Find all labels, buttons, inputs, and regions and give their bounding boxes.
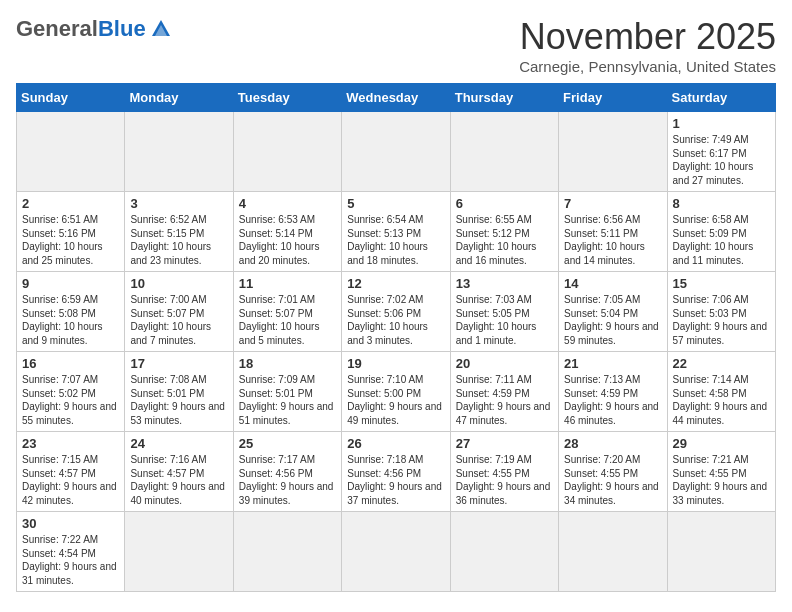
day-number: 4: [239, 196, 336, 211]
day-number: 23: [22, 436, 119, 451]
day-number: 2: [22, 196, 119, 211]
day-cell: 13Sunrise: 7:03 AM Sunset: 5:05 PM Dayli…: [450, 272, 558, 352]
weekday-header-saturday: Saturday: [667, 84, 775, 112]
day-info: Sunrise: 7:18 AM Sunset: 4:56 PM Dayligh…: [347, 453, 444, 507]
day-cell: 1Sunrise: 7:49 AM Sunset: 6:17 PM Daylig…: [667, 112, 775, 192]
day-info: Sunrise: 6:59 AM Sunset: 5:08 PM Dayligh…: [22, 293, 119, 347]
day-info: Sunrise: 6:54 AM Sunset: 5:13 PM Dayligh…: [347, 213, 444, 267]
title-area: November 2025 Carnegie, Pennsylvania, Un…: [519, 16, 776, 75]
day-cell: [450, 112, 558, 192]
weekday-header-tuesday: Tuesday: [233, 84, 341, 112]
day-cell: [450, 512, 558, 592]
day-number: 15: [673, 276, 770, 291]
day-cell: [559, 112, 667, 192]
day-number: 24: [130, 436, 227, 451]
weekday-header-wednesday: Wednesday: [342, 84, 450, 112]
day-number: 9: [22, 276, 119, 291]
day-number: 7: [564, 196, 661, 211]
day-info: Sunrise: 7:15 AM Sunset: 4:57 PM Dayligh…: [22, 453, 119, 507]
calendar-subtitle: Carnegie, Pennsylvania, United States: [519, 58, 776, 75]
day-cell: 17Sunrise: 7:08 AM Sunset: 5:01 PM Dayli…: [125, 352, 233, 432]
day-cell: 27Sunrise: 7:19 AM Sunset: 4:55 PM Dayli…: [450, 432, 558, 512]
day-number: 26: [347, 436, 444, 451]
day-info: Sunrise: 7:03 AM Sunset: 5:05 PM Dayligh…: [456, 293, 553, 347]
day-number: 3: [130, 196, 227, 211]
day-cell: 11Sunrise: 7:01 AM Sunset: 5:07 PM Dayli…: [233, 272, 341, 352]
day-cell: [559, 512, 667, 592]
calendar-body: 1Sunrise: 7:49 AM Sunset: 6:17 PM Daylig…: [17, 112, 776, 592]
day-cell: 3Sunrise: 6:52 AM Sunset: 5:15 PM Daylig…: [125, 192, 233, 272]
day-info: Sunrise: 6:53 AM Sunset: 5:14 PM Dayligh…: [239, 213, 336, 267]
day-cell: 21Sunrise: 7:13 AM Sunset: 4:59 PM Dayli…: [559, 352, 667, 432]
day-number: 28: [564, 436, 661, 451]
week-row-5: 30Sunrise: 7:22 AM Sunset: 4:54 PM Dayli…: [17, 512, 776, 592]
header: GeneralBlue November 2025 Carnegie, Penn…: [16, 16, 776, 75]
weekday-header-friday: Friday: [559, 84, 667, 112]
day-number: 14: [564, 276, 661, 291]
day-cell: 2Sunrise: 6:51 AM Sunset: 5:16 PM Daylig…: [17, 192, 125, 272]
calendar-title: November 2025: [519, 16, 776, 58]
day-cell: 18Sunrise: 7:09 AM Sunset: 5:01 PM Dayli…: [233, 352, 341, 432]
day-number: 16: [22, 356, 119, 371]
day-info: Sunrise: 7:13 AM Sunset: 4:59 PM Dayligh…: [564, 373, 661, 427]
day-cell: 19Sunrise: 7:10 AM Sunset: 5:00 PM Dayli…: [342, 352, 450, 432]
day-number: 6: [456, 196, 553, 211]
weekday-row: SundayMondayTuesdayWednesdayThursdayFrid…: [17, 84, 776, 112]
day-info: Sunrise: 7:01 AM Sunset: 5:07 PM Dayligh…: [239, 293, 336, 347]
day-info: Sunrise: 7:06 AM Sunset: 5:03 PM Dayligh…: [673, 293, 770, 347]
day-number: 13: [456, 276, 553, 291]
day-cell: 23Sunrise: 7:15 AM Sunset: 4:57 PM Dayli…: [17, 432, 125, 512]
day-cell: 5Sunrise: 6:54 AM Sunset: 5:13 PM Daylig…: [342, 192, 450, 272]
day-cell: [17, 112, 125, 192]
week-row-0: 1Sunrise: 7:49 AM Sunset: 6:17 PM Daylig…: [17, 112, 776, 192]
day-cell: 26Sunrise: 7:18 AM Sunset: 4:56 PM Dayli…: [342, 432, 450, 512]
day-info: Sunrise: 7:17 AM Sunset: 4:56 PM Dayligh…: [239, 453, 336, 507]
day-cell: 16Sunrise: 7:07 AM Sunset: 5:02 PM Dayli…: [17, 352, 125, 432]
day-number: 30: [22, 516, 119, 531]
day-cell: 28Sunrise: 7:20 AM Sunset: 4:55 PM Dayli…: [559, 432, 667, 512]
day-number: 1: [673, 116, 770, 131]
day-info: Sunrise: 7:07 AM Sunset: 5:02 PM Dayligh…: [22, 373, 119, 427]
day-cell: 20Sunrise: 7:11 AM Sunset: 4:59 PM Dayli…: [450, 352, 558, 432]
day-cell: 12Sunrise: 7:02 AM Sunset: 5:06 PM Dayli…: [342, 272, 450, 352]
day-info: Sunrise: 7:49 AM Sunset: 6:17 PM Dayligh…: [673, 133, 770, 187]
day-info: Sunrise: 7:19 AM Sunset: 4:55 PM Dayligh…: [456, 453, 553, 507]
day-number: 12: [347, 276, 444, 291]
day-number: 10: [130, 276, 227, 291]
day-cell: 10Sunrise: 7:00 AM Sunset: 5:07 PM Dayli…: [125, 272, 233, 352]
weekday-header-sunday: Sunday: [17, 84, 125, 112]
day-cell: [125, 112, 233, 192]
day-cell: 8Sunrise: 6:58 AM Sunset: 5:09 PM Daylig…: [667, 192, 775, 272]
logo: GeneralBlue: [16, 16, 172, 42]
day-info: Sunrise: 6:55 AM Sunset: 5:12 PM Dayligh…: [456, 213, 553, 267]
day-number: 21: [564, 356, 661, 371]
day-cell: 25Sunrise: 7:17 AM Sunset: 4:56 PM Dayli…: [233, 432, 341, 512]
logo-blue: Blue: [98, 16, 146, 42]
day-info: Sunrise: 7:14 AM Sunset: 4:58 PM Dayligh…: [673, 373, 770, 427]
day-info: Sunrise: 7:08 AM Sunset: 5:01 PM Dayligh…: [130, 373, 227, 427]
logo-icon: [150, 18, 172, 40]
week-row-4: 23Sunrise: 7:15 AM Sunset: 4:57 PM Dayli…: [17, 432, 776, 512]
calendar-table: SundayMondayTuesdayWednesdayThursdayFrid…: [16, 83, 776, 592]
day-cell: [342, 512, 450, 592]
day-cell: 7Sunrise: 6:56 AM Sunset: 5:11 PM Daylig…: [559, 192, 667, 272]
day-cell: 30Sunrise: 7:22 AM Sunset: 4:54 PM Dayli…: [17, 512, 125, 592]
day-info: Sunrise: 6:51 AM Sunset: 5:16 PM Dayligh…: [22, 213, 119, 267]
week-row-2: 9Sunrise: 6:59 AM Sunset: 5:08 PM Daylig…: [17, 272, 776, 352]
day-info: Sunrise: 7:22 AM Sunset: 4:54 PM Dayligh…: [22, 533, 119, 587]
day-cell: 24Sunrise: 7:16 AM Sunset: 4:57 PM Dayli…: [125, 432, 233, 512]
day-number: 29: [673, 436, 770, 451]
day-cell: 4Sunrise: 6:53 AM Sunset: 5:14 PM Daylig…: [233, 192, 341, 272]
calendar-header: SundayMondayTuesdayWednesdayThursdayFrid…: [17, 84, 776, 112]
week-row-1: 2Sunrise: 6:51 AM Sunset: 5:16 PM Daylig…: [17, 192, 776, 272]
day-info: Sunrise: 6:56 AM Sunset: 5:11 PM Dayligh…: [564, 213, 661, 267]
day-info: Sunrise: 6:52 AM Sunset: 5:15 PM Dayligh…: [130, 213, 227, 267]
day-number: 11: [239, 276, 336, 291]
day-cell: 6Sunrise: 6:55 AM Sunset: 5:12 PM Daylig…: [450, 192, 558, 272]
day-cell: [233, 512, 341, 592]
logo-general: General: [16, 16, 98, 42]
day-number: 17: [130, 356, 227, 371]
day-number: 20: [456, 356, 553, 371]
day-number: 22: [673, 356, 770, 371]
week-row-3: 16Sunrise: 7:07 AM Sunset: 5:02 PM Dayli…: [17, 352, 776, 432]
